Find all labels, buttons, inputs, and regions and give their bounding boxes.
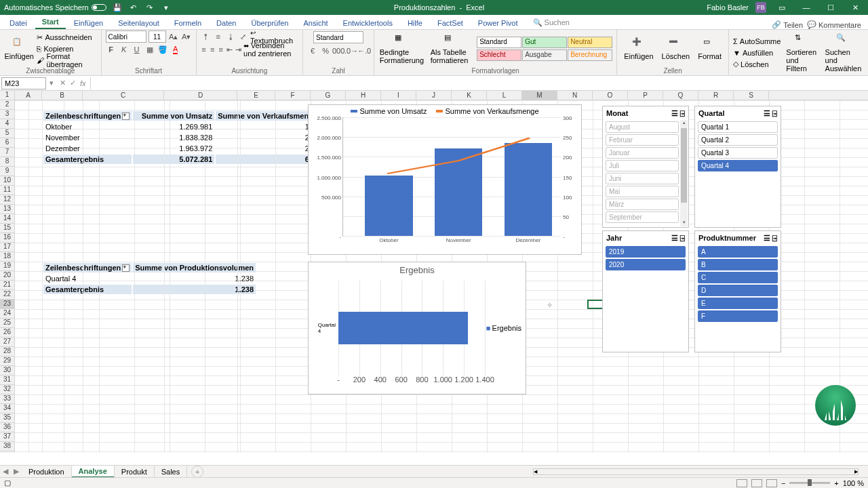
- row-header[interactable]: 20: [0, 271, 14, 281]
- clear-filter-icon[interactable]: ⍈: [772, 234, 777, 243]
- add-sheet-button[interactable]: +: [191, 466, 203, 478]
- zoom-out-icon[interactable]: −: [781, 479, 785, 487]
- row-header[interactable]: 13: [0, 205, 14, 214]
- column-header[interactable]: N: [557, 91, 593, 100]
- qat-dropdown-icon[interactable]: ▾: [161, 2, 172, 13]
- tab-einfuegen[interactable]: Einfügen: [67, 17, 110, 29]
- cell-styles-gallery[interactable]: Standard Gut Neutral Schlecht Ausgabe Be…: [477, 37, 612, 62]
- row-header[interactable]: 34: [0, 404, 14, 413]
- row-header[interactable]: 22: [0, 290, 14, 300]
- zoom-level[interactable]: 100 %: [843, 479, 864, 487]
- name-box[interactable]: M23: [1, 77, 46, 89]
- row-header[interactable]: 16: [0, 233, 14, 243]
- find-select-button[interactable]: 🔍Suchen und Auswählen: [823, 32, 864, 74]
- align-top-icon[interactable]: ⭱: [201, 31, 211, 42]
- tab-ansicht[interactable]: Ansicht: [296, 17, 334, 29]
- slicer-jahr[interactable]: Jahr ☰⍈ 2019 2020: [602, 230, 689, 352]
- zoom-in-icon[interactable]: +: [834, 479, 838, 487]
- clear-button[interactable]: ◇ Löschen: [733, 59, 781, 70]
- font-color-icon[interactable]: A: [170, 44, 181, 55]
- cond-format-button[interactable]: ▦Bedingte Formatierung: [378, 32, 425, 66]
- indent-dec-icon[interactable]: ⇤: [226, 44, 233, 55]
- row-header[interactable]: 37: [0, 432, 14, 442]
- column-header[interactable]: D: [164, 91, 237, 100]
- row-header[interactable]: 29: [0, 357, 14, 366]
- share-button[interactable]: 🔗 Teilen: [772, 20, 803, 29]
- sheet-tab[interactable]: Produkt: [115, 466, 155, 477]
- horizontal-scrollbar[interactable]: ◀ ▶: [533, 468, 859, 475]
- paste-button[interactable]: 📋Einfügen: [4, 36, 34, 62]
- column-header[interactable]: S: [734, 91, 769, 100]
- minimize-icon[interactable]: —: [797, 1, 815, 14]
- slicer-item[interactable]: F: [698, 310, 778, 322]
- clear-filter-icon[interactable]: ⍈: [772, 109, 777, 118]
- ribbon-mode-icon[interactable]: ▭: [773, 1, 791, 14]
- currency-icon[interactable]: €: [307, 45, 318, 56]
- row-header[interactable]: 35: [0, 413, 14, 423]
- row-header[interactable]: 30: [0, 366, 14, 375]
- sheet-tab[interactable]: Analyse: [72, 466, 115, 478]
- indent-inc-icon[interactable]: ⇥: [235, 44, 241, 55]
- column-header[interactable]: F: [275, 91, 311, 100]
- tab-powerpivot[interactable]: Power Pivot: [471, 17, 525, 29]
- align-right-icon[interactable]: ≡: [218, 44, 224, 55]
- tab-datei[interactable]: Datei: [3, 17, 34, 29]
- clear-filter-icon[interactable]: ⍈: [680, 109, 685, 118]
- pagelayout-view-icon[interactable]: [751, 479, 762, 487]
- scrollbar[interactable]: ▴▾: [680, 120, 688, 226]
- column-header[interactable]: P: [628, 91, 663, 100]
- record-macro-icon[interactable]: ▢: [0, 479, 15, 487]
- row-header[interactable]: 7: [0, 148, 14, 157]
- tab-seitenlayout[interactable]: Seitenlayout: [111, 17, 166, 29]
- column-header[interactable]: A: [15, 91, 42, 100]
- align-middle-icon[interactable]: ≡: [213, 31, 223, 42]
- orientation-icon[interactable]: ⤢: [238, 31, 248, 42]
- row-header[interactable]: 24: [0, 309, 14, 319]
- column-header[interactable]: C: [83, 91, 164, 100]
- slicer-item[interactable]: E: [698, 298, 778, 309]
- underline-icon[interactable]: U: [132, 44, 142, 55]
- column-header[interactable]: R: [698, 91, 734, 100]
- sort-filter-button[interactable]: ⇅Sortieren und Filtern: [783, 32, 820, 74]
- tab-entwicklertools[interactable]: Entwicklertools: [336, 17, 399, 29]
- slicer-item[interactable]: C: [698, 272, 778, 283]
- row-header[interactable]: 6: [0, 138, 14, 148]
- pivot-table-umsatz[interactable]: Zeilenbeschriftungen Summe von Umsatz Su…: [42, 110, 321, 165]
- slicer-item[interactable]: Quartal 2: [698, 134, 778, 146]
- dec-dec-icon[interactable]: ←.0: [359, 45, 370, 56]
- tab-factset[interactable]: FactSet: [431, 17, 470, 29]
- column-header[interactable]: L: [487, 91, 522, 100]
- undo-icon[interactable]: ↶: [128, 2, 139, 13]
- search-field[interactable]: 🔍 Suchen: [526, 16, 576, 29]
- formula-input[interactable]: [91, 77, 868, 89]
- redo-icon[interactable]: ↷: [144, 2, 155, 13]
- row-header[interactable]: 14: [0, 214, 14, 224]
- cut-button[interactable]: ✂ Ausschneiden: [37, 32, 96, 43]
- sheet-nav-prev-icon[interactable]: ◀: [0, 467, 11, 476]
- slicer-monat[interactable]: Monat ☰⍈ August Februar Januar Juli Juni…: [602, 106, 689, 228]
- slicer-item[interactable]: September: [606, 211, 679, 223]
- namebox-dropdown-icon[interactable]: ▾: [47, 79, 56, 87]
- close-icon[interactable]: ✕: [846, 1, 864, 14]
- fx-icon[interactable]: fx: [80, 79, 86, 87]
- autosave-toggle[interactable]: Automatisches Speichern: [4, 3, 106, 12]
- column-header[interactable]: H: [346, 91, 381, 100]
- sheet-nav-next-icon[interactable]: ▶: [11, 467, 22, 476]
- row-header[interactable]: 36: [0, 423, 14, 432]
- increase-font-icon[interactable]: A▴: [168, 31, 179, 42]
- row-header[interactable]: 3: [0, 110, 14, 119]
- slicer-item[interactable]: März: [606, 199, 679, 210]
- multi-select-icon[interactable]: ☰: [671, 109, 678, 118]
- pivot-table-produktion[interactable]: Zeilenbeschriftungen Summe von Produktio…: [42, 262, 257, 296]
- cancel-formula-icon[interactable]: ✕: [60, 79, 66, 87]
- slicer-item[interactable]: Juli: [606, 160, 679, 171]
- format-table-button[interactable]: ▤Als Tabelle formatieren: [428, 32, 474, 66]
- row-header[interactable]: 32: [0, 385, 14, 394]
- format-cells-button[interactable]: ▭Format: [695, 36, 724, 62]
- row-header[interactable]: 33: [0, 394, 14, 404]
- column-header[interactable]: J: [416, 91, 452, 100]
- slicer-item[interactable]: Mai: [606, 186, 679, 197]
- row-header[interactable]: 12: [0, 195, 14, 205]
- fill-button[interactable]: ▼ Ausfüllen: [733, 47, 781, 58]
- row-header[interactable]: 8: [0, 157, 14, 167]
